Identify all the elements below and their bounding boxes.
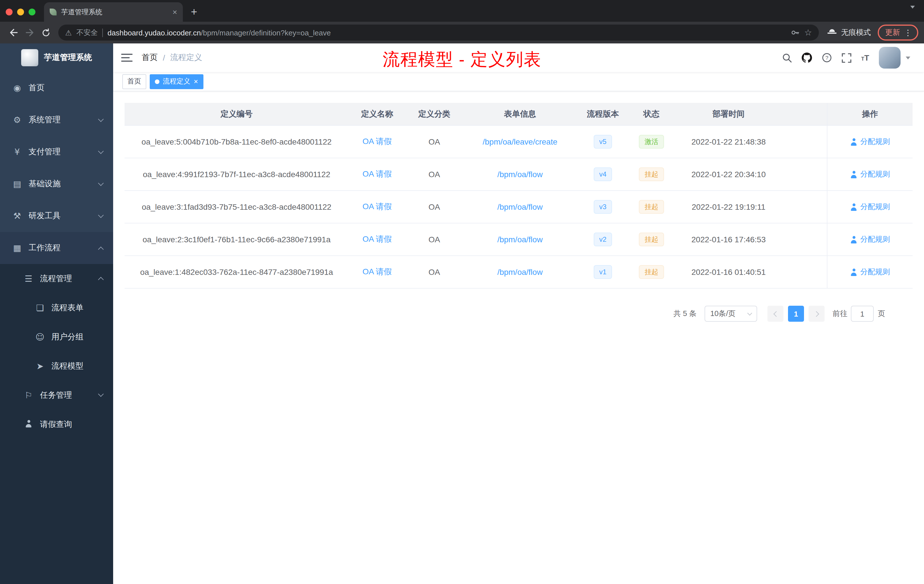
sidebar-item-leave-query[interactable]: 请假查询 — [0, 410, 113, 439]
sidebar: 芋道管理系统 ◉ 首页 ⚙ 系统管理 ¥ 支付管理 ▤ 基础设施 — [0, 43, 113, 584]
address-bar[interactable]: ⚠ 不安全 dashboard.yudao.iocoder.cn/bpm/man… — [58, 25, 819, 41]
deploy-time: 2022-01-16 01:40:51 — [674, 256, 783, 288]
form-icon: ❏ — [34, 303, 46, 313]
user-icon — [850, 138, 858, 145]
browser-tab[interactable]: 芋道管理系统 × — [44, 2, 183, 22]
assign-rule-link[interactable]: 分配规则 — [850, 202, 890, 212]
bookmark-star-icon[interactable]: ☆ — [804, 27, 812, 38]
url-text[interactable]: dashboard.yudao.iocoder.cn/bpm/manager/d… — [107, 28, 330, 37]
sidebar-item-task-mgmt[interactable]: ⚐ 任务管理 — [0, 381, 113, 410]
deploy-time: 2022-01-22 21:48:38 — [674, 126, 783, 158]
tab-search-chevron-icon[interactable] — [910, 8, 915, 19]
fullscreen-icon[interactable] — [842, 53, 851, 63]
form-link[interactable]: /bpm/oa/flow — [497, 235, 543, 244]
next-page-button[interactable] — [808, 306, 825, 322]
assign-rule-link[interactable]: 分配规则 — [850, 234, 890, 244]
sidebar-item-workflow[interactable]: ▦ 工作流程 — [0, 232, 113, 264]
security-warning-icon: ⚠ — [65, 28, 72, 37]
password-key-icon[interactable] — [790, 28, 800, 37]
hamburger-icon[interactable] — [121, 54, 132, 62]
sidebar-item-system-mgmt[interactable]: ⚙ 系统管理 — [0, 104, 113, 136]
current-page-button[interactable]: 1 — [788, 306, 804, 322]
security-label[interactable]: 不安全 — [76, 28, 98, 38]
version-badge: v1 — [594, 265, 612, 279]
tag-close-icon[interactable]: × — [194, 78, 198, 85]
avatar[interactable] — [879, 47, 901, 69]
col-actions: 操作 — [827, 103, 912, 125]
minimize-window-button[interactable] — [17, 8, 24, 15]
browser-toolbar: ⚠ 不安全 dashboard.yudao.iocoder.cn/bpm/man… — [0, 22, 924, 43]
goto-page-input[interactable] — [851, 306, 874, 322]
page-size-select[interactable]: 10条/页 — [705, 306, 757, 322]
chevron-down-icon — [747, 310, 752, 315]
active-tag-dot — [155, 79, 159, 84]
reload-icon[interactable] — [38, 25, 54, 41]
incognito-label: 无痕模式 — [841, 27, 871, 38]
deploy-time: 2022-01-22 19:19:11 — [674, 191, 783, 223]
assign-rule-link[interactable]: 分配规则 — [850, 137, 890, 147]
definition-name-link[interactable]: OA 请假 — [363, 202, 392, 212]
deploy-time: 2022-01-22 20:34:10 — [674, 158, 783, 190]
back-icon[interactable] — [6, 25, 22, 41]
font-size-icon[interactable]: TT — [861, 53, 869, 62]
zoom-window-button[interactable] — [28, 8, 35, 15]
forward-icon[interactable] — [22, 25, 38, 41]
definition-id: oa_leave:1:482ec033-762a-11ec-8477-a2380… — [125, 256, 348, 288]
sidebar-item-process-form[interactable]: ❏ 流程表单 — [0, 293, 113, 322]
github-icon[interactable] — [802, 53, 812, 63]
sidebar-item-process-mgmt[interactable]: ☰ 流程管理 — [0, 264, 113, 293]
form-link[interactable]: /bpm/oa/leave/create — [483, 137, 558, 146]
sidebar-item-payment-mgmt[interactable]: ¥ 支付管理 — [0, 136, 113, 168]
form-link[interactable]: /bpm/oa/flow — [497, 202, 543, 211]
form-link[interactable]: /bpm/oa/flow — [497, 170, 543, 179]
sidebar-item-process-model[interactable]: ➤ 流程模型 — [0, 351, 113, 381]
brand-logo — [21, 49, 38, 66]
definition-name-link[interactable]: OA 请假 — [363, 137, 392, 147]
navbar-actions: ? TT — [782, 47, 910, 69]
chevron-down-icon — [98, 180, 104, 186]
browser-menu-icon[interactable]: ⋮ — [904, 28, 912, 36]
prev-page-button[interactable] — [767, 306, 784, 322]
definitions-table: 定义编号 定义名称 定义分类 表单信息 流程版本 状态 部署时间 操作 oa_l… — [125, 103, 912, 289]
brand-area[interactable]: 芋道管理系统 — [0, 43, 113, 72]
deploy-time: 2022-01-16 17:46:53 — [674, 223, 783, 256]
new-tab-button[interactable]: + — [191, 6, 197, 17]
incognito-icon — [827, 28, 837, 37]
version-badge: v4 — [594, 167, 612, 181]
search-icon[interactable] — [782, 53, 792, 63]
flag-icon: ⚐ — [23, 390, 34, 400]
definition-category: OA — [406, 256, 463, 288]
tag-process-definition[interactable]: 流程定义 × — [150, 74, 203, 89]
chevron-right-icon — [813, 311, 819, 317]
infrastructure-icon: ▤ — [12, 179, 23, 189]
sidebar-item-user-group[interactable]: ☺ 用户分组 — [0, 322, 113, 351]
chevron-down-icon — [98, 148, 104, 154]
user-icon — [850, 268, 858, 276]
assign-rule-link[interactable]: 分配规则 — [850, 267, 890, 277]
breadcrumb-home[interactable]: 首页 — [142, 53, 158, 63]
tab-close-icon[interactable]: × — [173, 8, 177, 16]
assign-rule-link[interactable]: 分配规则 — [850, 169, 890, 180]
tag-home[interactable]: 首页 — [122, 74, 146, 89]
definition-name-link[interactable]: OA 请假 — [363, 234, 392, 244]
definition-id: oa_leave:5:004b710b-7b8a-11ec-8ef0-acde4… — [125, 126, 348, 158]
update-chrome-button[interactable]: 更新 ⋮ — [878, 25, 918, 41]
col-category: 定义分类 — [406, 103, 463, 125]
update-label[interactable]: 更新 — [885, 27, 900, 38]
chevron-down-icon — [98, 116, 104, 122]
definition-name-link[interactable]: OA 请假 — [363, 267, 392, 277]
sidebar-item-dev-tools[interactable]: ⚒ 研发工具 — [0, 200, 113, 232]
tools-icon: ⚒ — [12, 211, 23, 221]
form-link[interactable]: /bpm/oa/flow — [497, 267, 543, 277]
close-window-button[interactable] — [6, 8, 13, 15]
definition-category: OA — [406, 126, 463, 158]
version-badge: v3 — [594, 200, 612, 214]
sidebar-item-home[interactable]: ◉ 首页 — [0, 72, 113, 104]
definition-name-link[interactable]: OA 请假 — [363, 169, 392, 180]
help-icon[interactable]: ? — [822, 53, 832, 63]
status-badge: 挂起 — [639, 233, 664, 246]
user-icon — [23, 419, 34, 429]
sidebar-item-infrastructure[interactable]: ▤ 基础设施 — [0, 168, 113, 200]
avatar-caret-icon[interactable] — [906, 56, 910, 59]
gear-icon: ⚙ — [12, 115, 23, 125]
